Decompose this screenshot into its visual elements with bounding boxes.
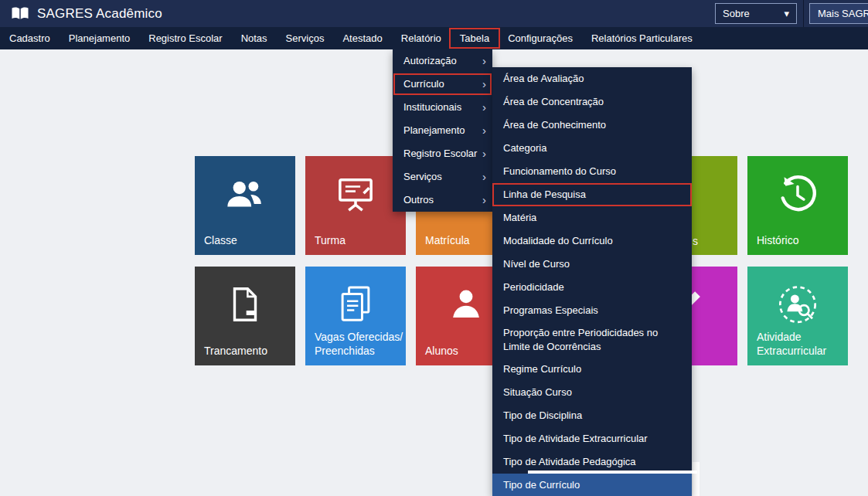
submenu-item-tipo-de-atividade-extracurricular[interactable]: Tipo de Atividade Extracurricular [492, 427, 692, 450]
submenu-item-area-de-avaliacao[interactable]: Área de Avaliação [492, 67, 692, 90]
submenu-item-regime-curriculo[interactable]: Regime Currículo [492, 358, 692, 381]
menu-configuracoes[interactable]: Configurações [499, 29, 582, 47]
menu-notas[interactable]: Notas [232, 29, 277, 47]
submenu-item-nivel-de-curso[interactable]: Nível de Curso [492, 253, 692, 276]
submenu-item-modalidade-do-curriculo[interactable]: Modalidade do Currículo [492, 229, 692, 253]
tile-label: Classe [204, 233, 237, 247]
app-header: SAGRES Acadêmico Sobre ▾ Mais SAGRES [0, 0, 868, 27]
tabela-dropdown: Autorização › Currículo › Institucionais… [393, 49, 492, 212]
partial-window-top-edge [528, 471, 697, 474]
header-divider [803, 0, 804, 27]
tile-trancamento[interactable]: Trancamento [195, 267, 295, 365]
chevron-right-icon: › [482, 49, 486, 73]
submenu-item-area-de-conhecimento[interactable]: Área de Conhecimento [492, 114, 692, 137]
submenu-item-periodicidade[interactable]: Periodicidade [492, 276, 692, 299]
app-title: SAGRES Acadêmico [37, 6, 162, 22]
dropdown-item-curriculo[interactable]: Currículo › [393, 73, 492, 96]
submenu-item-categoria[interactable]: Categoria [492, 137, 692, 160]
chevron-right-icon: › [482, 73, 486, 96]
dropdown-item-institucionais[interactable]: Institucionais › [393, 96, 492, 119]
people-icon [223, 173, 267, 221]
dropdown-item-servicos[interactable]: Serviços › [393, 165, 492, 189]
submenu-item-funcionamento-do-curso[interactable]: Funcionamento do Curso [492, 160, 692, 183]
tile-label: Vagas Oferecidas/ Preenchidas [315, 330, 403, 358]
submenu-item-linha-de-pesquisa[interactable]: Linha de Pesquisa [492, 183, 692, 206]
about-label: Sobre [723, 8, 750, 19]
menu-tabela[interactable]: Tabela [451, 29, 499, 47]
tile-atividade-extracurricular[interactable]: Atividade Extracurricular [747, 267, 848, 365]
menu-relatorio[interactable]: Relatório [392, 29, 451, 47]
menu-cadastro[interactable]: Cadastro [0, 29, 60, 47]
dropdown-item-outros[interactable]: Outros › [393, 189, 492, 212]
submenu-item-tipo-de-disciplina[interactable]: Tipo de Disciplina [492, 404, 692, 427]
person-search-icon [775, 284, 820, 331]
chevron-right-icon: › [482, 142, 486, 165]
dropdown-item-planejamento[interactable]: Planejamento › [393, 119, 492, 142]
student-icon [445, 284, 487, 328]
tile-label-fragment: s [693, 235, 698, 247]
submenu-item-situacao-curso[interactable]: Situação Curso [492, 381, 692, 404]
curriculo-submenu: Área de Avaliação Área de Concentração Á… [492, 67, 692, 496]
menu-registro-escolar[interactable]: Registro Escolar [139, 29, 231, 47]
document-minus-icon [224, 284, 266, 328]
tile-label: Histórico [757, 233, 798, 247]
chevron-right-icon: › [482, 165, 486, 189]
more-sagres-button[interactable]: Mais SAGRES [809, 3, 868, 24]
submenu-item-materia[interactable]: Matéria [492, 206, 692, 229]
menu-relatorios-particulares[interactable]: Relatórios Particulares [582, 29, 702, 47]
chevron-down-icon: ▾ [784, 8, 789, 19]
tile-historico[interactable]: Histórico [747, 156, 848, 255]
menu-atestado[interactable]: Atestado [333, 29, 391, 47]
dropdown-item-registro-escolar[interactable]: Registro Escolar › [393, 142, 492, 165]
main-menubar: Cadastro Planejamento Registro Escolar N… [0, 27, 868, 49]
copies-icon [335, 284, 376, 328]
menu-planejamento[interactable]: Planejamento [60, 29, 140, 47]
tile-classe[interactable]: Classe [195, 156, 295, 255]
submenu-item-area-de-concentracao[interactable]: Área de Concentração [492, 90, 692, 114]
chevron-right-icon: › [482, 96, 486, 119]
partial-window-edge [693, 462, 700, 496]
tile-label: Trancamento [204, 344, 267, 358]
submenu-item-programas-especiais[interactable]: Programas Especiais [492, 299, 692, 322]
chevron-right-icon: › [482, 189, 486, 212]
book-icon [11, 6, 29, 22]
tile-turma[interactable]: Turma [305, 156, 406, 255]
chevron-right-icon: › [482, 119, 486, 142]
tile-label: Atividade Extracurricular [757, 330, 826, 358]
about-dropdown[interactable]: Sobre ▾ [715, 3, 797, 24]
history-icon [776, 173, 819, 219]
tile-label: Alunos [425, 344, 458, 358]
tile-label: Matrícula [425, 233, 470, 247]
menu-servicos[interactable]: Serviços [277, 29, 334, 47]
tile-label: Turma [315, 233, 345, 247]
submenu-item-proporcao-periodicidades[interactable]: Proporção entre Periodicidades no Limite… [492, 322, 692, 358]
presentation-icon [334, 173, 377, 219]
submenu-item-tipo-de-curriculo[interactable]: Tipo de Currículo [492, 474, 692, 496]
dropdown-item-autorizacao[interactable]: Autorização › [393, 49, 492, 73]
tile-vagas[interactable]: Vagas Oferecidas/ Preenchidas [305, 267, 406, 365]
